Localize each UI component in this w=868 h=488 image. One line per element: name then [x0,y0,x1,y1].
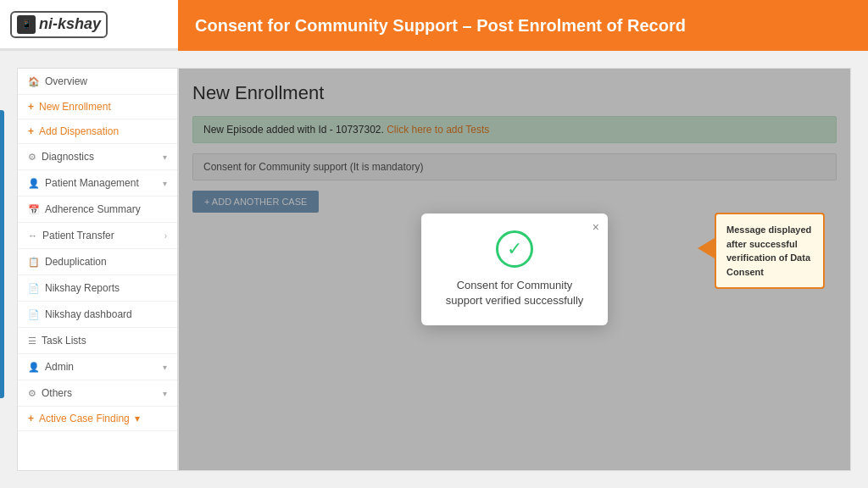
logo-area: 📱 ni-kshay [0,0,178,51]
sidebar-item-task-lists[interactable]: ☰ Task Lists [18,328,177,354]
sidebar-item-deduplication[interactable]: 📋 Deduplication [18,249,177,275]
sidebar-label-patient-management: Patient Management [45,177,139,189]
sidebar-label-nikshay-dashboard: Nikshay dashboard [45,308,132,320]
header-title: Consent for Community Support – Post Enr… [195,16,686,36]
chevron-down-icon-2: ▾ [163,179,167,188]
logo-icon: 📱 [17,15,36,34]
calendar-icon: 📅 [28,204,40,215]
sidebar-item-patient-management[interactable]: 👤 Patient Management ▾ [18,170,177,197]
modal-message: Consent for Community support verified s… [438,278,591,308]
dedup-icon: 📋 [28,257,40,268]
patient-icon: 👤 [28,178,40,189]
sidebar-label-task-lists: Task Lists [42,335,86,347]
sidebar: 🏠 Overview + New Enrollment + Add Dispen… [17,68,178,471]
callout-box: Message displayed after successful verif… [715,213,825,289]
plus-icon-2: + [28,125,34,137]
reports-icon: 📄 [28,283,40,294]
sidebar-label-nikshay-reports: Nikshay Reports [45,282,120,294]
sidebar-item-adherence-summary[interactable]: 📅 Adherence Summary [18,197,177,223]
logo-text: ni-kshay [39,15,101,33]
header: 📱 ni-kshay Consent for Community Support… [0,0,868,51]
sidebar-item-overview[interactable]: 🏠 Overview [18,69,177,95]
chevron-down-icon-4: ▾ [163,363,167,372]
main-container: 🏠 Overview + New Enrollment + Add Dispen… [0,51,868,488]
chevron-down-icon-5: ▾ [163,389,167,398]
chevron-down-icon-6: ▾ [135,413,140,424]
plus-icon-3: + [28,413,34,424]
plus-icon: + [28,101,34,113]
callout-container: Message displayed after successful verif… [698,213,825,289]
sidebar-item-patient-transfer[interactable]: ↔ Patient Transfer › [18,223,177,249]
modal-icon-wrap: ✓ [438,230,591,268]
check-circle-icon: ✓ [496,230,533,268]
chevron-down-icon: ▾ [163,152,167,162]
sidebar-item-active-case-finding[interactable]: + Active Case Finding ▾ [18,407,177,431]
callout-arrow [698,238,715,258]
sidebar-item-nikshay-reports[interactable]: 📄 Nikshay Reports [18,275,177,302]
modal-dialog: × ✓ Consent for Community support verifi… [421,214,608,325]
sidebar-label-patient-transfer: Patient Transfer [42,230,114,241]
sidebar-label-deduplication: Deduplication [45,256,107,268]
checkmark-icon: ✓ [507,238,522,260]
sidebar-label-others: Others [42,387,72,399]
sidebar-label-active-case-finding: Active Case Finding [39,413,130,424]
dashboard-icon: 📄 [28,309,40,320]
sidebar-label-admin: Admin [45,361,74,373]
content-area: New Enrollment New Episode added with Id… [178,68,851,471]
sidebar-item-add-dispensation[interactable]: + Add Dispensation [18,119,177,144]
sidebar-label-new-enrollment: New Enrollment [39,101,111,113]
home-icon: 🏠 [28,76,40,87]
sidebar-item-new-enrollment[interactable]: + New Enrollment [18,95,177,119]
sidebar-label-diagnostics: Diagnostics [42,151,94,163]
sidebar-label-overview: Overview [45,75,87,87]
list-icon: ☰ [28,336,36,347]
logo-box: 📱 ni-kshay [10,11,108,38]
sidebar-item-others[interactable]: ⚙ Others ▾ [18,380,177,407]
diagnostics-icon: ⚙ [28,152,36,163]
sidebar-item-nikshay-dashboard[interactable]: 📄 Nikshay dashboard [18,302,177,328]
header-title-bar: Consent for Community Support – Post Enr… [178,0,868,51]
sidebar-label-add-dispensation: Add Dispensation [39,125,119,137]
transfer-icon: ↔ [28,230,37,241]
sidebar-item-admin[interactable]: 👤 Admin ▾ [18,354,177,380]
chevron-icon-3: › [164,231,167,241]
others-icon: ⚙ [28,388,36,399]
sidebar-item-diagnostics[interactable]: ⚙ Diagnostics ▾ [18,144,177,170]
left-accent-bar [0,110,4,398]
admin-icon: 👤 [28,362,40,373]
sidebar-label-adherence-summary: Adherence Summary [45,203,141,215]
modal-close-button[interactable]: × [593,220,599,234]
